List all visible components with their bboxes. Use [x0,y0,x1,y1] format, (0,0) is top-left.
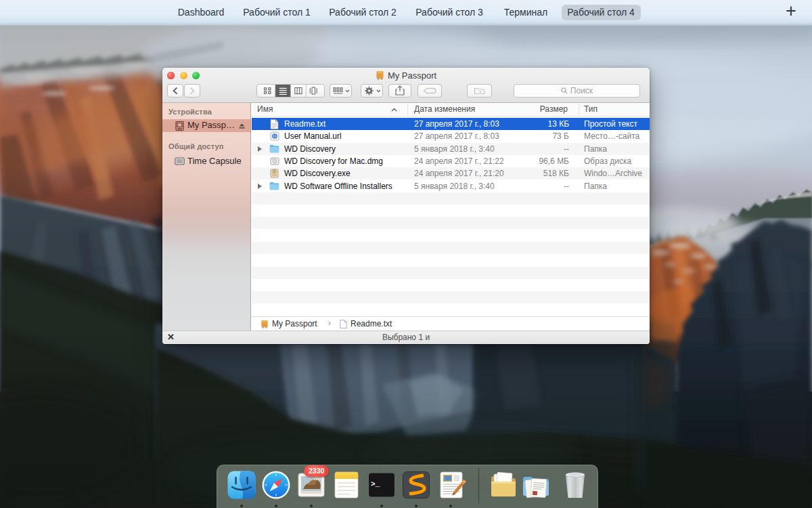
svg-text:>_: >_ [371,480,380,488]
